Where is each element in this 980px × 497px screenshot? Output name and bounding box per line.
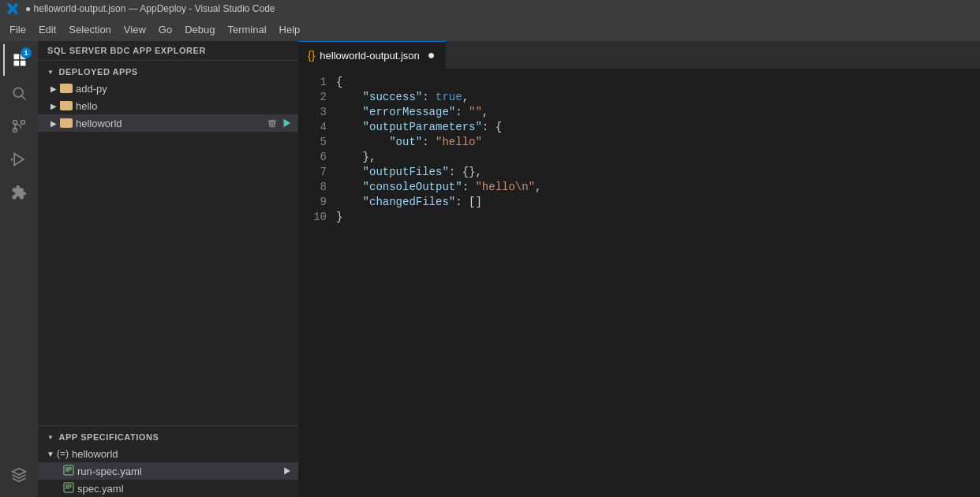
menubar: File Edit Selection View Go Debug Termin… xyxy=(0,17,980,41)
activitybar-debug[interactable] xyxy=(3,144,35,175)
add-py-arrow: ▶ xyxy=(47,84,60,93)
menu-go[interactable]: Go xyxy=(152,21,178,39)
svg-marker-22 xyxy=(284,468,290,475)
titlebar-text: ● helloworld-output.json — AppDeploy - V… xyxy=(25,3,275,14)
titlebar: ● helloworld-output.json — AppDeploy - V… xyxy=(0,0,980,17)
activitybar-explorer[interactable]: 1 xyxy=(3,44,35,76)
app-specs-label: APP SPECIFICATIONS xyxy=(58,432,159,442)
spec-helloworld-icon: (=) xyxy=(57,448,69,459)
app-specs-arrow: ▼ xyxy=(47,434,54,441)
svg-marker-9 xyxy=(14,154,24,166)
menu-view[interactable]: View xyxy=(118,21,152,39)
svg-rect-14 xyxy=(60,101,65,103)
svg-rect-18 xyxy=(64,465,73,475)
code-editor[interactable]: 1 2 3 4 5 6 7 8 9 10 { "success": true, … xyxy=(298,69,980,497)
spec-tree-helloworld[interactable]: ▼ (=) helloworld xyxy=(38,445,298,462)
menu-debug[interactable]: Debug xyxy=(178,21,221,39)
run-spec-label: run-spec.yaml xyxy=(77,465,282,477)
helloworld-delete-btn[interactable] xyxy=(267,118,278,129)
svg-rect-12 xyxy=(60,84,65,86)
svg-marker-17 xyxy=(284,119,291,128)
code-content[interactable]: { "success": true, "errorMessage": "", "… xyxy=(336,75,980,497)
sidebar: SQL SERVER BDC APP EXPLORER ▼ DEPLOYED A… xyxy=(38,41,298,497)
spec-tree-run-spec[interactable]: run-spec.yaml xyxy=(38,462,298,480)
svg-rect-16 xyxy=(60,118,65,121)
sidebar-app-specifications: ▼ APP SPECIFICATIONS ▼ (=) helloworld ru… xyxy=(38,425,298,497)
tab-modified-indicator: ● xyxy=(428,48,436,62)
activitybar-search[interactable] xyxy=(3,77,35,109)
line-numbers: 1 2 3 4 5 6 7 8 9 10 xyxy=(298,75,336,497)
hello-arrow: ▶ xyxy=(47,102,60,110)
svg-rect-3 xyxy=(21,61,26,66)
spec-tree-spec[interactable]: spec.yaml xyxy=(38,480,298,497)
run-spec-run-btn[interactable] xyxy=(282,466,292,476)
hello-folder-icon xyxy=(60,99,73,113)
menu-help[interactable]: Help xyxy=(273,21,307,39)
activitybar-deploy[interactable] xyxy=(3,459,35,491)
menu-file[interactable]: File xyxy=(3,21,32,39)
svg-line-5 xyxy=(22,96,26,100)
svg-rect-23 xyxy=(64,483,73,492)
svg-point-7 xyxy=(21,121,25,125)
sidebar-spacer xyxy=(38,132,298,425)
sidebar-explorer-title: SQL SERVER BDC APP EXPLORER xyxy=(38,41,298,61)
add-py-label: add-py xyxy=(76,83,298,95)
add-py-folder-icon xyxy=(60,82,73,95)
run-spec-icon xyxy=(63,465,74,478)
main-container: 1 SQL SERVER BDC APP EXPLORER ▼ DEPLOYED… xyxy=(0,41,980,497)
helloworld-actions xyxy=(267,118,298,129)
spec-helloworld-label: helloworld xyxy=(72,448,298,460)
editor-tab-helloworld-output[interactable]: {} helloworld-output.json ● xyxy=(298,41,446,69)
activitybar-source-control[interactable] xyxy=(3,110,35,142)
tree-item-hello[interactable]: ▶ hello xyxy=(38,97,298,114)
svg-point-4 xyxy=(13,88,23,97)
app-specs-header[interactable]: ▼ APP SPECIFICATIONS xyxy=(38,426,298,445)
helloworld-label: helloworld xyxy=(76,118,267,129)
svg-rect-0 xyxy=(14,54,20,60)
tabbar: {} helloworld-output.json ● xyxy=(298,41,980,69)
vscode-logo-icon xyxy=(6,2,19,15)
deployed-apps-header[interactable]: ▼ DEPLOYED APPS xyxy=(38,61,298,80)
editor-area: {} helloworld-output.json ● 1 2 3 4 5 6 … xyxy=(298,41,980,497)
activitybar: 1 xyxy=(0,41,38,497)
menu-edit[interactable]: Edit xyxy=(32,21,62,39)
tree-item-add-py[interactable]: ▶ add-py xyxy=(38,80,298,97)
helloworld-run-btn[interactable] xyxy=(281,118,292,129)
hello-label: hello xyxy=(76,100,298,112)
spec-label: spec.yaml xyxy=(77,483,298,495)
svg-rect-2 xyxy=(14,61,20,66)
spec-icon xyxy=(63,482,74,495)
deployed-apps-arrow: ▼ xyxy=(47,69,54,76)
run-spec-actions xyxy=(282,466,298,476)
tab-filename: helloworld-output.json xyxy=(320,50,419,62)
activitybar-extensions[interactable] xyxy=(3,177,35,208)
helloworld-folder-icon xyxy=(60,117,73,130)
spec-helloworld-arrow: ▼ xyxy=(44,450,57,458)
sidebar-deployed-apps: ▼ DEPLOYED APPS ▶ add-py ▶ hello xyxy=(38,61,298,132)
menu-selection[interactable]: Selection xyxy=(62,21,117,39)
tab-json-icon: {} xyxy=(308,49,315,62)
explorer-badge: 1 xyxy=(21,47,32,58)
deployed-apps-label: DEPLOYED APPS xyxy=(58,67,137,77)
helloworld-arrow: ▶ xyxy=(47,119,60,128)
tree-item-helloworld[interactable]: ▶ helloworld xyxy=(38,114,298,132)
menu-terminal[interactable]: Terminal xyxy=(221,21,272,39)
